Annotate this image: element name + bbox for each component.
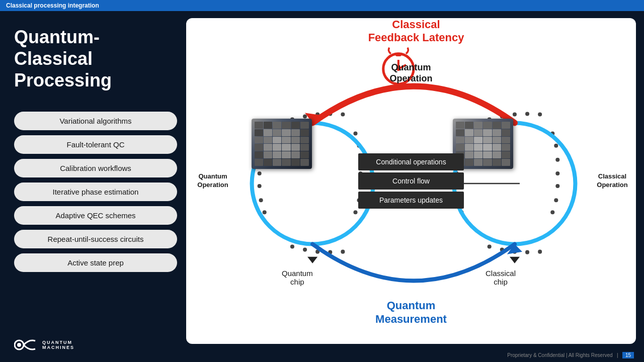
list-items: Variational algorithmsFault-tolerant QCC… bbox=[14, 112, 177, 352]
svg-point-35 bbox=[538, 250, 542, 254]
operation-box: Control flow bbox=[358, 172, 464, 190]
svg-point-11 bbox=[341, 250, 345, 254]
svg-point-49 bbox=[550, 210, 554, 214]
quantum-chip-label: Quantum chip bbox=[282, 260, 313, 286]
svg-point-45 bbox=[555, 158, 559, 162]
top-bar: Classical processing integration bbox=[0, 0, 644, 11]
svg-point-15 bbox=[258, 171, 262, 175]
svg-point-17 bbox=[259, 198, 263, 202]
svg-point-29 bbox=[525, 112, 529, 116]
top-bar-title: Classical processing integration bbox=[6, 2, 99, 9]
list-item: Iterative phase estimation bbox=[14, 183, 177, 201]
list-item: Fault-tolerant QC bbox=[14, 135, 177, 154]
classical-feedback-label: Classical Feedback Latency bbox=[191, 18, 636, 45]
logo-line2: MACHINES bbox=[42, 345, 74, 350]
quantum-measurement-label: Quantum Measurement bbox=[375, 299, 447, 326]
page-number: 15 bbox=[622, 352, 634, 358]
svg-point-47 bbox=[555, 184, 559, 188]
svg-point-25 bbox=[353, 210, 357, 214]
svg-point-46 bbox=[555, 171, 559, 175]
svg-point-8 bbox=[303, 248, 307, 252]
logo-area: QUANTUM MACHINES bbox=[14, 337, 74, 353]
svg-rect-64 bbox=[395, 53, 401, 56]
list-item: Calibration workflows bbox=[14, 159, 177, 177]
svg-point-7 bbox=[290, 245, 294, 249]
logo-line1: QUANTUM bbox=[42, 340, 74, 345]
list-item: Active state prep bbox=[14, 253, 177, 272]
classical-operation-right-label: Classical Operation bbox=[595, 172, 630, 190]
footer-copyright: Proprietary & Confidential | All Rights … bbox=[507, 352, 634, 358]
left-panel: Quantum-Classical Processing Variational… bbox=[0, 11, 191, 362]
middle-boxes: Conditional operationsControl flowParame… bbox=[358, 153, 464, 209]
classical-chip-label: Classical chip bbox=[486, 260, 516, 286]
svg-point-18 bbox=[263, 210, 267, 214]
svg-point-19 bbox=[353, 132, 357, 136]
quantum-chip bbox=[252, 119, 312, 169]
operation-box: Parameters updates bbox=[358, 192, 464, 209]
svg-point-16 bbox=[258, 184, 262, 188]
svg-point-44 bbox=[554, 144, 558, 148]
svg-point-34 bbox=[525, 250, 529, 254]
svg-point-1 bbox=[17, 343, 21, 347]
svg-point-48 bbox=[554, 198, 558, 202]
diagram-inner: Classical Feedback Latency Quantum Opera… bbox=[186, 18, 636, 344]
list-item: Variational algorithms bbox=[14, 112, 177, 130]
diagram-panel: Classical Feedback Latency Quantum Opera… bbox=[186, 18, 636, 344]
svg-point-3 bbox=[303, 114, 307, 118]
page-title: Quantum-Classical Processing bbox=[14, 26, 177, 92]
quantum-operation-left-label: Quantum Operation bbox=[195, 172, 230, 190]
svg-point-28 bbox=[513, 112, 517, 116]
logo-icon bbox=[14, 337, 38, 353]
svg-point-6 bbox=[341, 112, 345, 116]
svg-point-31 bbox=[488, 245, 492, 249]
operation-box: Conditional operations bbox=[358, 153, 464, 170]
svg-point-30 bbox=[538, 112, 542, 116]
quantum-operation-center: Quantum Operation bbox=[389, 62, 432, 84]
list-item: Adaptive QEC schemes bbox=[14, 206, 177, 225]
list-item: Repeat-until-success circuits bbox=[14, 230, 177, 248]
